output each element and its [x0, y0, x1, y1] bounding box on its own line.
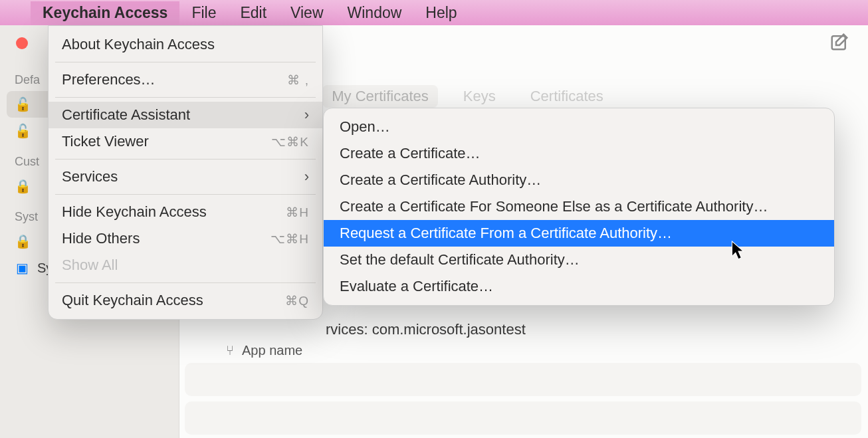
app-menu-dropdown: About Keychain Access Preferences… ⌘ , C… [48, 25, 323, 320]
menu-item-label: Show All [62, 257, 118, 274]
menu-item-label: Hide Keychain Access [62, 203, 207, 221]
submenu-item-set-default-ca[interactable]: Set the default Certificate Authority… [324, 247, 834, 273]
list-row [185, 363, 861, 396]
submenu-item-create-ca[interactable]: Create a Certificate Authority… [324, 167, 834, 193]
menu-item-shortcut: ⌘H [286, 205, 309, 220]
unlock-icon: 🔓 [15, 123, 29, 139]
menu-item-label: About Keychain Access [62, 36, 215, 53]
menu-separator [55, 62, 316, 62]
content-service-text: rvices: com.microsoft.jasontest [326, 321, 526, 338]
tab-my-certificates[interactable]: My Certificates [322, 85, 437, 108]
menu-item-shortcut: ⌥⌘H [271, 231, 309, 247]
unlock-icon: 🔓 [15, 96, 29, 112]
menu-item-shortcut: ⌘Q [285, 293, 309, 308]
app-name-label: App name [242, 343, 302, 358]
lock-icon: 🔒 [15, 233, 29, 249]
menubar: Keychain Access File Edit View Window He… [0, 0, 868, 25]
menu-separator [55, 159, 316, 160]
tab-keys[interactable]: Keys [454, 85, 505, 108]
menu-item-label: Certificate Assistant [62, 106, 190, 124]
chevron-right-icon: › [304, 168, 309, 185]
menubar-item-edit[interactable]: Edit [228, 1, 278, 25]
menubar-item-window[interactable]: Window [336, 1, 414, 25]
menu-item-certificate-assistant[interactable]: Certificate Assistant › [49, 102, 322, 128]
menubar-item-view[interactable]: View [278, 1, 335, 25]
menu-item-hide[interactable]: Hide Keychain Access ⌘H [49, 199, 322, 225]
menu-separator [55, 194, 316, 195]
compose-button[interactable] [829, 32, 849, 55]
fork-icon: ⑂ [226, 343, 234, 358]
menubar-item-help[interactable]: Help [413, 1, 469, 25]
submenu-item-open[interactable]: Open… [324, 114, 834, 140]
tab-certificates[interactable]: Certificates [521, 85, 613, 108]
mouse-cursor-icon [731, 241, 746, 263]
menu-separator [55, 282, 316, 283]
app-name-row: ⑂ App name [226, 343, 302, 358]
lock-icon: 🔒 [15, 178, 29, 194]
menu-separator [55, 97, 316, 98]
chevron-right-icon: › [304, 106, 309, 124]
submenu-item-create-for-else[interactable]: Create a Certificate For Someone Else as… [324, 193, 834, 220]
close-window-button[interactable] [16, 37, 28, 49]
menu-item-hide-others[interactable]: Hide Others ⌥⌘H [49, 225, 322, 252]
menu-item-services[interactable]: Services › [49, 164, 322, 190]
menu-item-ticket-viewer[interactable]: Ticket Viewer ⌥⌘K [49, 128, 322, 155]
svg-rect-0 [832, 36, 845, 49]
submenu-item-request-cert[interactable]: Request a Certificate From a Certificate… [324, 220, 834, 247]
menu-item-shortcut: ⌥⌘K [271, 134, 309, 150]
menu-item-show-all: Show All [49, 252, 322, 278]
menu-item-label: Ticket Viewer [62, 133, 149, 150]
menu-item-about[interactable]: About Keychain Access [49, 31, 322, 58]
menu-item-label: Preferences… [62, 71, 156, 88]
submenu-item-evaluate[interactable]: Evaluate a Certificate… [324, 273, 834, 300]
menu-item-preferences[interactable]: Preferences… ⌘ , [49, 66, 322, 93]
certificate-assistant-submenu: Open… Create a Certificate… Create a Cer… [323, 108, 835, 306]
menu-item-label: Services [62, 168, 118, 185]
menu-item-label: Quit Keychain Access [62, 292, 203, 309]
menu-item-label: Hide Others [62, 230, 140, 247]
submenu-item-create-cert[interactable]: Create a Certificate… [324, 140, 834, 167]
menubar-item-file[interactable]: File [179, 1, 228, 25]
app-window: Defa 🔓 🔓 Cust 🔒 Syst 🔒 ▣ System Roots Se… [0, 25, 868, 438]
menubar-item-app[interactable]: Keychain Access [31, 1, 179, 25]
list-row [185, 401, 861, 435]
archive-icon: ▣ [15, 260, 29, 276]
menu-item-quit[interactable]: Quit Keychain Access ⌘Q [49, 287, 322, 314]
menu-item-shortcut: ⌘ , [287, 72, 309, 88]
